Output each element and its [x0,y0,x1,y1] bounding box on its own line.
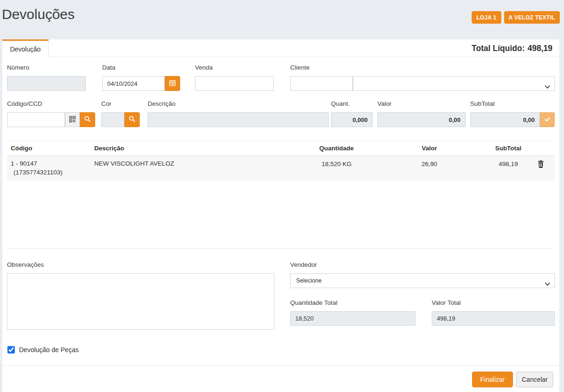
search-icon [129,116,136,124]
data-label: Data [102,64,116,71]
devolucao-pecas-row: Devolução de Peças [7,346,78,353]
search-icon [84,116,91,124]
trash-icon [537,160,545,170]
cor-label: Cor [101,100,111,107]
footer-actions: Finalizar Cancelar [472,372,553,387]
total-liquido: Total Líquido: 498,19 [472,39,552,57]
vendedor-select-wrap: Selecione [290,273,555,288]
item-quantidade: 18,520 KG [299,160,374,167]
numero-input[interactable] [7,76,86,91]
valor-label: Valor [377,100,392,107]
tab-devolucao[interactable]: Devolução [2,39,49,58]
devolucao-panel: Devolução Total Líquido: 498,19 Número D… [2,39,559,392]
footer-divider [2,365,559,366]
observacoes-label: Observações [7,261,44,268]
calendar-icon [169,79,176,88]
valor-total-label: Valor Total [432,299,461,306]
quant-label: Quant. [331,100,350,107]
qr-code-icon [69,116,76,124]
item-valor: 26,90 [374,160,485,167]
company-badge[interactable]: A VELOZ TEXTIL [504,11,560,24]
cor-search-button[interactable] [124,112,140,127]
total-liquido-value: 498,19 [527,44,552,53]
page-title: Devoluções [2,6,75,22]
subtotal-label: SubTotal [470,100,495,107]
section-divider [7,248,552,249]
store-badge[interactable]: LOJA 1 [472,11,501,24]
cliente-label: Cliente [290,64,310,71]
tab-devolucao-label: Devolução [10,45,40,53]
col-valor: Valor [374,145,485,152]
venda-label: Venda [195,64,213,71]
qr-scan-button[interactable] [65,112,80,127]
devolucao-pecas-checkbox[interactable] [7,346,15,353]
header-badges: LOJA 1 A VELOZ TEXTIL [472,11,560,24]
item-codigo-barcode: (1735774321103) [11,167,87,176]
codigo-ccd-label: Código/CCD [7,100,42,107]
total-liquido-label: Total Líquido: [472,44,525,53]
data-input[interactable] [102,76,165,91]
item-subtotal: 498,19 [485,160,532,167]
quantidade-total-input[interactable] [290,311,415,326]
tab-bar: Devolução Total Líquido: 498,19 [2,39,559,57]
descricao-label: Descrição [148,100,175,107]
cor-input[interactable] [101,112,124,127]
item-codigo: 1 - 90147 [11,160,87,167]
codigo-ccd-input[interactable] [7,112,65,127]
quantidade-total-label: Quantidade Total [290,299,337,306]
vendedor-select[interactable]: Selecione [290,273,555,288]
table-row: 1 - 90147 (1735774321103) NEW VISCOLIGHT… [7,156,555,181]
valor-input[interactable] [377,112,466,127]
codigo-search-button[interactable] [80,112,95,127]
observacoes-textarea[interactable] [7,273,274,330]
col-quantidade: Quantidade [299,145,374,152]
quant-input[interactable] [331,112,373,127]
vendedor-label: Vendedor [290,261,317,268]
descricao-input[interactable] [148,112,329,127]
col-codigo: Código [7,145,91,152]
delete-item-button[interactable] [535,160,546,170]
col-subtotal: SubTotal [485,145,532,152]
venda-input[interactable] [195,76,274,91]
finalizar-button[interactable]: Finalizar [472,372,513,387]
check-icon [544,116,551,124]
cliente-code-input[interactable] [290,76,353,91]
devolucao-pecas-label[interactable]: Devolução de Peças [19,346,78,353]
item-descricao: NEW VISCOLIGHT AVELOZ [91,160,299,167]
col-descricao: Descrição [91,145,299,152]
confirm-item-button[interactable] [540,112,555,127]
numero-label: Número [7,64,29,71]
cliente-select[interactable] [353,76,555,91]
item-codigo-cell: 1 - 90147 (1735774321103) [7,160,91,176]
cliente-select-wrap [353,76,555,91]
calendar-button[interactable] [165,76,180,91]
valor-total-input[interactable] [432,311,555,326]
items-table-header: Código Descrição Quantidade Valor SubTot… [7,141,555,156]
cancelar-button[interactable]: Cancelar [516,372,553,387]
subtotal-input[interactable] [470,112,540,127]
items-table: Código Descrição Quantidade Valor SubTot… [7,141,555,181]
